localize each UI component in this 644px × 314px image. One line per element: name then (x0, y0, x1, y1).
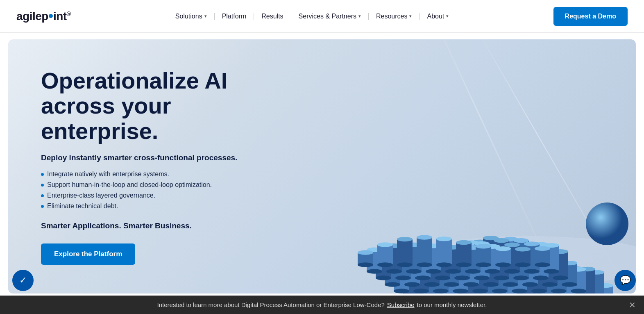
svg-rect-255 (456, 242, 472, 265)
svg-rect-258 (476, 246, 491, 265)
svg-point-236 (524, 269, 540, 273)
svg-point-209 (553, 275, 568, 280)
svg-point-203 (513, 275, 529, 280)
svg-point-259 (476, 244, 491, 248)
svg-point-230 (485, 269, 500, 273)
chevron-down-icon: ▾ (204, 14, 207, 19)
svg-point-212 (367, 269, 382, 273)
svg-point-218 (406, 269, 422, 273)
svg-point-239 (544, 269, 559, 273)
svg-point-235 (524, 241, 540, 246)
svg-point-257 (456, 262, 472, 267)
nav-results[interactable]: Results (254, 13, 291, 20)
svg-point-194 (454, 275, 470, 280)
bullet-dot-icon (41, 173, 44, 176)
svg-point-215 (386, 269, 402, 273)
svg-point-250 (417, 235, 432, 239)
svg-point-191 (435, 275, 450, 280)
svg-point-140 (512, 289, 527, 293)
chevron-down-icon: ▾ (358, 14, 361, 19)
svg-point-265 (515, 247, 531, 251)
svg-point-270 (586, 203, 628, 245)
hero-section: Operationalize AI across your enterprise… (8, 39, 636, 294)
svg-point-266 (515, 262, 531, 267)
svg-point-202 (513, 238, 529, 243)
nav-resources[interactable]: Resources ▾ (369, 13, 420, 20)
svg-point-242 (358, 262, 373, 267)
svg-rect-267 (535, 248, 550, 265)
request-demo-button[interactable]: Request a Demo (553, 7, 628, 26)
svg-point-173 (522, 282, 538, 287)
svg-point-244 (377, 242, 393, 247)
svg-point-199 (494, 238, 509, 243)
svg-point-269 (535, 262, 550, 267)
svg-point-185 (395, 275, 411, 280)
svg-rect-249 (417, 237, 432, 265)
svg-rect-261 (495, 249, 511, 265)
svg-point-134 (472, 289, 488, 293)
svg-point-158 (424, 282, 440, 287)
explore-platform-button[interactable]: Explore the Platform (41, 243, 135, 265)
svg-point-188 (415, 275, 431, 280)
main-header: agilepint® Solutions ▾ Platform Results … (0, 0, 644, 33)
svg-rect-243 (377, 245, 393, 265)
svg-point-248 (397, 262, 413, 267)
svg-point-170 (503, 282, 518, 287)
bullet-dot-icon (41, 194, 44, 197)
chat-button[interactable]: 💬 (615, 270, 636, 291)
nav-services-partners[interactable]: Services & Partners ▾ (291, 13, 369, 20)
svg-point-253 (436, 237, 452, 241)
bullet-item-3: Enterprise-class layered governance. (41, 192, 254, 199)
svg-point-122 (394, 289, 409, 293)
svg-point-167 (483, 282, 499, 287)
nav-platform[interactable]: Platform (215, 13, 254, 20)
svg-point-155 (404, 282, 420, 287)
svg-rect-252 (436, 239, 452, 265)
hero-tagline: Smarter Applications. Smarter Business. (41, 221, 254, 230)
svg-point-245 (377, 262, 393, 267)
svg-point-254 (436, 262, 452, 267)
svg-point-128 (433, 289, 449, 293)
hero-bullet-list: Integrate natively with enterprise syste… (41, 171, 254, 210)
bullet-dot-icon (41, 205, 44, 208)
shield-check-icon: ✓ (19, 275, 27, 286)
main-nav: Solutions ▾ Platform Results Services & … (168, 13, 456, 20)
svg-point-164 (463, 282, 479, 287)
svg-point-224 (445, 269, 461, 273)
svg-point-247 (397, 237, 413, 241)
svg-point-233 (504, 269, 520, 273)
cylinders-illustration: // This is an SVG — let JS render cylind… (300, 64, 636, 294)
svg-rect-246 (397, 239, 413, 265)
svg-point-206 (533, 275, 549, 280)
svg-point-268 (535, 246, 550, 251)
svg-point-200 (494, 275, 509, 280)
bullet-dot-icon (41, 184, 44, 187)
svg-point-232 (504, 242, 520, 247)
nav-about[interactable]: About ▾ (420, 13, 456, 20)
svg-point-137 (492, 289, 508, 293)
logo[interactable]: agilepint® (16, 10, 70, 23)
svg-point-227 (465, 269, 481, 273)
svg-point-125 (413, 289, 429, 293)
svg-point-149 (571, 289, 586, 293)
svg-point-221 (426, 269, 441, 273)
svg-point-143 (531, 289, 547, 293)
hero-3d-visual: // This is an SVG — let JS render cylind… (300, 64, 636, 294)
hero-title: Operationalize AI across your enterprise… (41, 68, 254, 144)
chevron-down-icon: ▾ (409, 14, 412, 19)
hero-content: Operationalize AI across your enterprise… (8, 43, 287, 290)
logo-text: agilepint® (16, 10, 70, 23)
svg-point-241 (358, 250, 373, 255)
nav-solutions[interactable]: Solutions ▾ (168, 13, 215, 20)
svg-point-251 (417, 262, 432, 267)
bullet-item-1: Integrate natively with enterprise syste… (41, 171, 254, 178)
svg-point-263 (495, 262, 511, 267)
svg-point-146 (551, 289, 567, 293)
svg-point-161 (444, 282, 459, 287)
svg-point-176 (542, 282, 558, 287)
svg-point-131 (453, 289, 468, 293)
svg-point-197 (474, 275, 490, 280)
bullet-item-2: Support human-in-the-loop and closed-loo… (41, 181, 254, 189)
trust-badge-button[interactable]: ✓ (12, 270, 34, 291)
chat-icon: 💬 (620, 275, 631, 286)
